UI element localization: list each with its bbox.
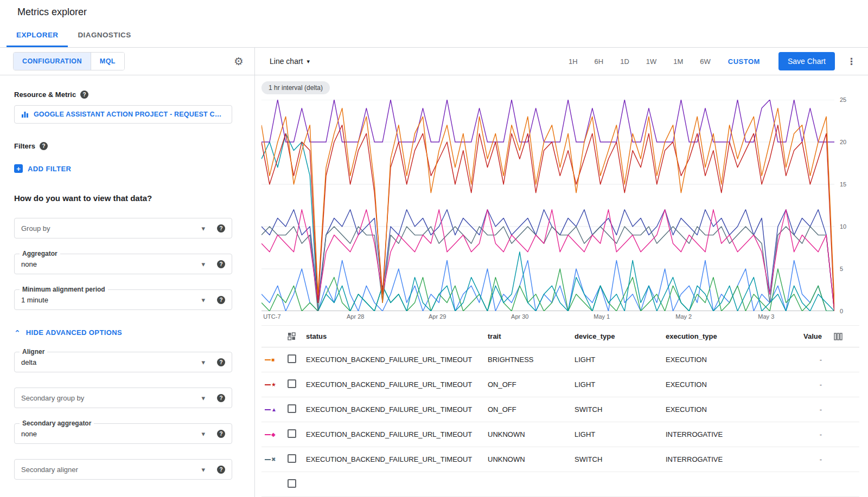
chevron-down-icon: ▾ [201, 260, 205, 268]
status-cell: EXECUTION_BACKEND_FAILURE_URL_TIMEOUT [306, 405, 488, 414]
x-axis-label: May 1 [593, 313, 610, 320]
device-type-cell: SWITCH [575, 455, 666, 463]
help-icon[interactable]: ? [217, 260, 225, 268]
chart-toolbar: Line chart ▾ 1H6H1D1W1M6W CUSTOM Save Ch… [255, 48, 868, 75]
trait-cell: UNKNOWN [488, 430, 575, 438]
configuration-form: Resource & Metric ? GOOGLE ASSISTANT ACT… [0, 75, 254, 480]
time-range-1h-button[interactable]: 1H [569, 57, 578, 66]
chevron-up-icon: ⌃ [14, 329, 21, 337]
help-icon[interactable]: ? [217, 430, 225, 438]
table-row[interactable]: ■EXECUTION_BACKEND_FAILURE_URL_TIMEOUTBR… [261, 347, 859, 372]
min-alignment-period-field[interactable]: Minimum alignment period 1 minute ▾ ? [14, 289, 232, 310]
status-cell: EXECUTION_BACKEND_FAILURE_URL_TIMEOUT [306, 430, 488, 438]
chevron-down-icon: ▾ [201, 224, 205, 233]
aggregator-field[interactable]: Aggregator none ▾ ? [14, 254, 232, 274]
page-title: Metrics explorer [17, 7, 87, 18]
chevron-down-icon: ▾ [201, 466, 205, 474]
row-checkbox[interactable] [288, 379, 296, 388]
help-icon[interactable]: ? [217, 394, 225, 402]
more-options-icon[interactable]: ⋮ [847, 56, 856, 67]
chart-type-dropdown[interactable]: Line chart ▾ [270, 57, 310, 66]
x-axis-label: UTC-7 [263, 313, 280, 320]
tab-explorer[interactable]: EXPLORER [7, 24, 68, 47]
help-icon[interactable]: ? [217, 296, 225, 304]
value-cell: - [796, 356, 822, 364]
column-header-trait[interactable]: trait [488, 332, 575, 340]
settings-gear-icon[interactable]: ⚙ [234, 56, 244, 67]
add-filter-button[interactable]: + ADD FILTER [14, 164, 242, 173]
time-range-6w-button[interactable]: 6W [700, 57, 711, 66]
help-icon[interactable]: ? [80, 91, 88, 99]
column-header-value[interactable]: Value [796, 332, 822, 340]
time-range-1m-button[interactable]: 1M [673, 57, 683, 66]
table-row[interactable]: ✖EXECUTION_BACKEND_FAILURE_URL_TIMEOUTUN… [261, 447, 859, 472]
toggle-all-series-icon[interactable] [288, 332, 306, 340]
column-header-status[interactable]: status [306, 332, 488, 340]
execution-type-cell: EXECUTION [666, 356, 796, 364]
filters-row: Filters ? [14, 142, 242, 150]
table-row[interactable]: ◆EXECUTION_BACKEND_FAILURE_URL_TIMEOUTUN… [261, 422, 859, 447]
line-chart-svg [261, 100, 834, 311]
help-icon[interactable]: ? [217, 358, 225, 366]
chart-series-line[interactable] [261, 210, 834, 311]
aligner-field[interactable]: Aligner delta ▾ ? [14, 352, 232, 372]
line-chart[interactable]: 0510152025 [261, 100, 834, 311]
page-header: Metrics explorer [0, 0, 868, 24]
series-legend-icon: ✖ [261, 457, 288, 462]
hide-advanced-options-toggle[interactable]: ⌃ HIDE ADVANCED OPTIONS [14, 328, 242, 337]
chevron-down-icon: ▾ [201, 430, 205, 438]
value-cell: - [796, 405, 822, 414]
save-chart-button[interactable]: Save Chart [778, 52, 835, 70]
table-row[interactable]: ★EXECUTION_BACKEND_FAILURE_URL_TIMEOUTON… [261, 372, 859, 397]
row-checkbox[interactable] [288, 354, 296, 363]
help-icon[interactable]: ? [217, 466, 225, 474]
help-icon[interactable]: ? [217, 224, 225, 233]
value-cell: - [796, 380, 822, 389]
value-cell: - [796, 430, 822, 438]
chevron-down-icon: ▾ [201, 394, 205, 402]
mql-toggle[interactable]: MQL [91, 53, 124, 70]
execution-type-cell: EXECUTION [666, 380, 796, 389]
configuration-toggle[interactable]: CONFIGURATION [14, 53, 91, 70]
table-row[interactable]: ▲EXECUTION_BACKEND_FAILURE_URL_TIMEOUTON… [261, 397, 859, 422]
panel-subheader: CONFIGURATION MQL ⚙ [0, 48, 254, 75]
main-area: CONFIGURATION MQL ⚙ Resource & Metric ? [0, 48, 868, 497]
trait-cell: BRIGHTNESS [488, 356, 575, 364]
group-by-field[interactable]: Group by ▾ ? [14, 218, 232, 238]
chevron-down-icon: ▾ [201, 296, 205, 304]
time-range-1d-button[interactable]: 1D [620, 57, 629, 66]
row-checkbox[interactable] [288, 429, 296, 438]
series-legend-icon: ▲ [261, 407, 288, 412]
help-icon[interactable]: ? [40, 142, 48, 150]
chart-series-line[interactable] [261, 108, 834, 303]
secondary-aggregator-field[interactable]: Secondary aggregator none ▾ ? [14, 423, 232, 444]
row-checkbox[interactable] [288, 404, 296, 413]
table-row[interactable] [261, 472, 859, 497]
time-range-6h-button[interactable]: 6H [595, 57, 604, 66]
status-cell: EXECUTION_BACKEND_FAILURE_URL_TIMEOUT [306, 356, 488, 364]
bar-chart-icon [21, 111, 29, 118]
y-axis-label: 25 [840, 96, 846, 103]
chart-series-line[interactable] [261, 100, 834, 142]
secondary-group-by-field[interactable]: Secondary group by ▾ ? [14, 388, 232, 408]
time-range-custom-button[interactable]: CUSTOM [728, 57, 760, 66]
secondary-aligner-field[interactable]: Secondary aligner ▾ ? [14, 459, 232, 480]
execution-type-cell: EXECUTION [666, 405, 796, 414]
x-axis-label: May 2 [675, 313, 692, 320]
device-type-cell: LIGHT [575, 430, 666, 438]
column-header-execution-type[interactable]: execution_type [666, 332, 796, 340]
resource-metric-value: GOOGLE ASSISTANT ACTION PROJECT - REQUES… [34, 111, 225, 118]
interval-chip: 1 hr interval (delta) [261, 81, 330, 94]
tab-diagnostics[interactable]: DIAGNOSTICS [68, 24, 141, 47]
chart-series-line[interactable] [261, 210, 834, 311]
row-checkbox[interactable] [288, 454, 296, 463]
resource-metric-selector[interactable]: GOOGLE ASSISTANT ACTION PROJECT - REQUES… [14, 105, 232, 124]
column-header-device-type[interactable]: device_type [575, 332, 666, 340]
filters-label: Filters [14, 142, 35, 150]
x-axis-label: May 3 [758, 313, 774, 320]
column-settings-icon[interactable] [822, 333, 859, 340]
series-table-body: ■EXECUTION_BACKEND_FAILURE_URL_TIMEOUTBR… [261, 347, 859, 497]
time-range-1w-button[interactable]: 1W [646, 57, 657, 66]
row-checkbox[interactable] [288, 479, 296, 488]
x-axis-label: Apr 29 [429, 313, 446, 320]
